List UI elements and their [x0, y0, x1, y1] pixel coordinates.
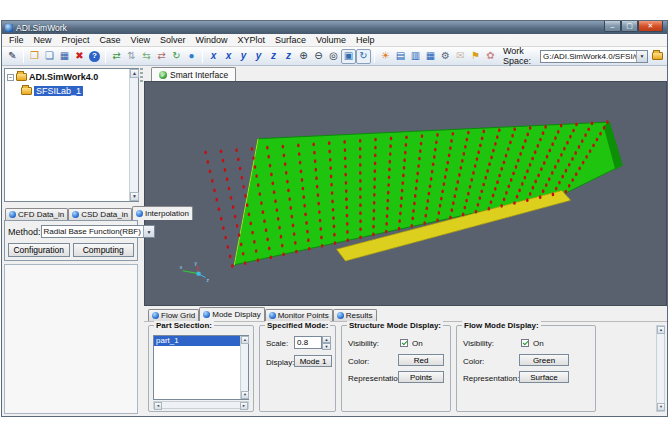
menu-new[interactable]: New: [29, 35, 57, 45]
tab-interpolation[interactable]: Interpolation: [132, 206, 193, 220]
bottom-panel-scrollbar[interactable]: ▲ ▼: [656, 325, 665, 412]
remove-mesh-button[interactable]: ⇄: [154, 49, 169, 64]
zoom-out-button[interactable]: ⊖: [311, 49, 326, 64]
highlight-button[interactable]: ☀: [378, 49, 393, 64]
scroll-up-icon[interactable]: ▲: [241, 336, 249, 344]
save-button[interactable]: ▦: [57, 49, 72, 64]
flow-color-button[interactable]: Green: [519, 354, 569, 366]
menu-window[interactable]: Window: [190, 35, 232, 45]
tree-root-row[interactable]: − ADI.SimWork4.0: [5, 71, 138, 83]
globe-button[interactable]: ●: [184, 49, 199, 64]
menu-project[interactable]: Project: [57, 35, 95, 45]
rotate-view-button[interactable]: ↻: [356, 49, 371, 64]
scroll-down-icon[interactable]: ▼: [130, 192, 139, 201]
fit-view-button[interactable]: ▣: [341, 49, 356, 64]
scroll-down-icon[interactable]: ▼: [657, 403, 665, 411]
method-value: Radial Base Function(RBF): [42, 226, 143, 237]
view-z-plus-button[interactable]: z: [266, 49, 281, 64]
tree-scrollbar[interactable]: ▲ ▼: [129, 69, 138, 201]
mail-icon: ✉: [456, 51, 464, 61]
tab-mode-display[interactable]: Mode Display: [199, 307, 264, 321]
menu-file[interactable]: File: [4, 35, 29, 45]
panel-view1-button[interactable]: ▤: [393, 49, 408, 64]
flag-button[interactable]: ⚑: [468, 49, 483, 64]
flow-representation-button[interactable]: Surface: [519, 371, 569, 383]
workspace-combo[interactable]: G:/ADI.SimWork4.0/SFSI/work ▼: [540, 50, 648, 63]
menu-volume[interactable]: Volume: [311, 35, 351, 45]
zoom-window-button[interactable]: ◎: [326, 49, 341, 64]
scroll-up-icon[interactable]: ▲: [130, 69, 139, 78]
configuration-button[interactable]: Configuration: [8, 243, 70, 257]
view-y-plus-button[interactable]: y: [236, 49, 251, 64]
delete-button[interactable]: ✖: [72, 49, 87, 64]
new-case-button[interactable]: ❏: [42, 49, 57, 64]
view-y-minus-button[interactable]: y: [251, 49, 266, 64]
scale-input[interactable]: [294, 336, 322, 349]
structure-visibility-checkbox[interactable]: [400, 339, 408, 347]
tab-smart-interface[interactable]: ✓ Smart Interface: [151, 67, 236, 81]
settings-gear-button[interactable]: ⚙: [438, 49, 453, 64]
copy-mesh-button[interactable]: ⇅: [124, 49, 139, 64]
method-label: Method:: [8, 227, 41, 237]
tree-child-label[interactable]: SFSILab_1: [34, 86, 83, 96]
scroll-down-icon[interactable]: ▼: [241, 391, 249, 399]
part-list-vscrollbar[interactable]: ▲ ▼: [240, 336, 248, 399]
import-mesh-button[interactable]: ⇄: [109, 49, 124, 64]
viewport-tab-bar: ✓ Smart Interface: [144, 66, 667, 81]
spin-up-icon[interactable]: ▲: [322, 336, 331, 343]
flow-visibility-checkbox[interactable]: [521, 339, 529, 347]
close-button[interactable]: ✕: [638, 21, 663, 32]
panel-view2-button[interactable]: ▥: [408, 49, 423, 64]
view-x-minus-button[interactable]: x: [221, 49, 236, 64]
menu-xyplot[interactable]: XYPlot: [232, 35, 270, 45]
tab-flow-grid[interactable]: Flow Grid: [148, 309, 199, 321]
part-list[interactable]: part_1 ▲ ▼: [153, 335, 249, 400]
browse-workspace-button[interactable]: [651, 49, 664, 64]
help-button[interactable]: ?: [87, 49, 102, 64]
panel-view3-button[interactable]: ▦: [423, 49, 438, 64]
zoom-in-button[interactable]: ⊕: [296, 49, 311, 64]
structure-visibility-value: On: [412, 339, 423, 348]
mode1-button[interactable]: Mode 1: [294, 355, 332, 367]
scale-stepper[interactable]: ▲ ▼: [294, 336, 331, 349]
spin-down-icon[interactable]: ▼: [322, 343, 331, 350]
tab-monitor-points[interactable]: Monitor Points: [265, 309, 333, 321]
menu-surface[interactable]: Surface: [270, 35, 311, 45]
structure-color-button[interactable]: Red: [398, 354, 444, 366]
tab-results[interactable]: Results: [333, 309, 377, 321]
part-list-hscrollbar[interactable]: ◄ ►: [153, 401, 249, 409]
scroll-left-icon[interactable]: ◄: [154, 402, 162, 410]
pen-button[interactable]: ✎: [5, 49, 20, 64]
tab-cfd-data-in[interactable]: CFD Data_in: [5, 208, 68, 220]
mode-display-panel: Part Selection: part_1 ▲ ▼ ◄ ► Specified: [144, 321, 667, 416]
open-folder-button[interactable]: ❐: [27, 49, 42, 64]
combo-dropdown-icon[interactable]: ▼: [143, 226, 154, 237]
scroll-up-icon[interactable]: ▲: [657, 326, 665, 334]
title-bar[interactable]: ADI.SimWork – ▢ ✕: [2, 21, 667, 34]
menu-view[interactable]: View: [126, 35, 155, 45]
view-z-minus-button[interactable]: z: [281, 49, 296, 64]
tree-root-label[interactable]: ADI.SimWork4.0: [29, 72, 98, 82]
scroll-right-icon[interactable]: ►: [240, 402, 248, 410]
paste-mesh-button[interactable]: ⇆: [139, 49, 154, 64]
maximize-button[interactable]: ▢: [621, 21, 638, 32]
menu-solver[interactable]: Solver: [155, 35, 191, 45]
tree-collapse-icon[interactable]: −: [7, 74, 14, 81]
stamp-icon: ✿: [486, 51, 494, 61]
part-list-item[interactable]: part_1: [154, 336, 248, 346]
stamp-button[interactable]: ✿: [483, 49, 498, 64]
view-x-plus-button[interactable]: x: [206, 49, 221, 64]
combo-dropdown-icon[interactable]: ▼: [636, 51, 647, 62]
menu-case[interactable]: Case: [95, 35, 126, 45]
reload-mesh-button[interactable]: ↻: [169, 49, 184, 64]
tab-csd-data-in[interactable]: CSD Data_in: [68, 208, 132, 220]
structure-representation-button[interactable]: Points: [398, 371, 444, 383]
minimize-button[interactable]: –: [604, 21, 621, 32]
menu-help[interactable]: Help: [351, 35, 380, 45]
computing-button[interactable]: Computing: [73, 243, 135, 257]
method-combo[interactable]: Radial Base Function(RBF) ▼: [41, 225, 155, 238]
3d-viewport[interactable]: y x z: [144, 81, 667, 306]
step-status-icon: [72, 211, 79, 218]
mail-button[interactable]: ✉: [453, 49, 468, 64]
tree-child-row[interactable]: SFSILab_1: [5, 85, 138, 97]
